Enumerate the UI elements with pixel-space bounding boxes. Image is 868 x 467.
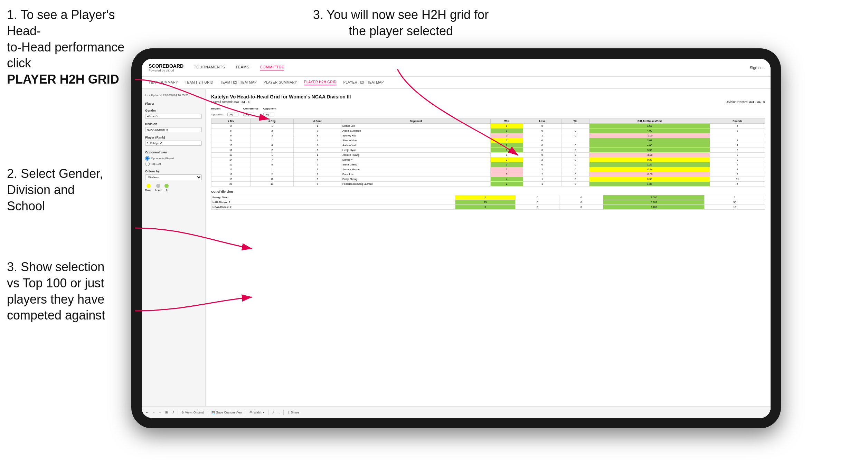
filter-row: Region Opponents: (All) Conference (: [211, 107, 765, 116]
division-section: Division NCAA Division III: [145, 122, 202, 132]
filter-opponent: Opponent (All): [263, 107, 276, 116]
ood-table-row: NAIA Division 1 15 0 0 9.267 30: [211, 200, 765, 205]
col-diff: Diff Av Strokes/Rnd: [589, 119, 710, 124]
tablet-frame: SCOREBOARD Powered by clippd TOURNAMENTS…: [131, 48, 781, 428]
colour-select[interactable]: Win/loss: [145, 174, 202, 180]
tablet-screen: SCOREBOARD Powered by clippd TOURNAMENTS…: [142, 59, 771, 418]
toolbar-grid[interactable]: ⊞: [165, 411, 168, 414]
opponent-view-label: Opponent view: [145, 151, 202, 154]
gender-section: Gender Women's Men's: [145, 109, 202, 119]
filter-region: Region Opponents: (All): [211, 107, 238, 116]
table-row: 5 2 2 Alexis Sudjianto 1 0 0 4.00 3: [211, 128, 765, 133]
legend-level: Level: [155, 184, 161, 192]
bottom-toolbar: ↩ ← → ⊞ ↺ ⊙ View: Original 💾 Save Custom…: [142, 406, 771, 418]
table-row: 11 2 5 Heejo Hyun 1 0 0 3.33 3: [211, 148, 765, 153]
table-row: 15 8 5 Stella Cheng 1 0 0 1.25 4: [211, 162, 765, 167]
out-of-division-title: Out of division: [211, 190, 765, 193]
toolbar-save-custom[interactable]: 💾 Save Custom View: [211, 411, 242, 414]
player-rank-label: Player (Rank): [145, 136, 202, 139]
table-row: 20 11 7 Federica Domecq Lacroze 2 1 0 1.…: [211, 182, 765, 187]
legend-up-dot: [164, 184, 169, 188]
grid-content: Katelyn Vo Head-to-Head Grid for Women's…: [206, 89, 771, 418]
nav-committee[interactable]: COMMITTEE: [260, 65, 284, 70]
nav-teams[interactable]: TEAMS: [235, 65, 249, 70]
toolbar-divider5: [283, 410, 284, 415]
table-row: 19 10 6 Emily Chang 4 1 0 0.30 11: [211, 177, 765, 182]
opponent-select[interactable]: (All): [263, 113, 274, 116]
logo: SCOREBOARD Powered by clippd: [149, 63, 183, 72]
colour-label: Colour by: [145, 170, 202, 173]
grid-title: Katelyn Vo Head-to-Head Grid for Women's…: [211, 94, 765, 99]
legend-up: Up: [164, 184, 169, 192]
subnav-player-h2h-grid[interactable]: PLAYER H2H GRID: [304, 80, 337, 85]
instruction-mid-left: 2. Select Gender, Division and School: [7, 166, 124, 214]
gender-label: Gender: [145, 109, 202, 112]
subnav-team-h2h-grid[interactable]: TEAM H2H GRID: [185, 80, 213, 85]
sidebar: Last Updated: 27/03/2024 16:55:38 Player…: [142, 89, 206, 418]
instruction-bot-left: 3. Show selection vs Top 100 or just pla…: [7, 259, 124, 324]
sign-out[interactable]: Sign out: [750, 66, 764, 70]
col-reg: # Reg: [251, 119, 294, 124]
col-win: Win: [490, 119, 523, 124]
col-div: # Div: [211, 119, 251, 124]
toolbar-undo[interactable]: ↩: [146, 411, 149, 414]
legend-down: Down: [145, 184, 152, 192]
opponent-view-section: Opponent view Opponents Played Top 100: [145, 151, 202, 166]
table-row: 16 1 7 Jessica Mason 1 2 0 -0.94 7: [211, 167, 765, 172]
record-row: Overall Record: 353 - 34 - 6 Division Re…: [211, 100, 765, 104]
toolbar-view-original[interactable]: ⊙ View: Original: [181, 411, 204, 414]
col-rounds: Rounds: [710, 119, 765, 124]
filter-conference: Conference (All): [243, 107, 258, 116]
out-of-division-table: Foreign Team 1 0 0 4.500 2 NAIA Division…: [211, 195, 765, 210]
col-opponent: Opponent: [341, 119, 491, 124]
timestamp: Last Updated: 27/03/2024 16:55:38: [145, 93, 202, 97]
table-row: 18 2 2 Euna Lee 0 2 0 -5.00 2: [211, 172, 765, 177]
region-select[interactable]: (All): [227, 113, 238, 116]
division-select[interactable]: NCAA Division III: [145, 127, 202, 132]
division-label: Division: [145, 122, 202, 126]
player-section: Player: [145, 102, 202, 105]
subnav-team-summary[interactable]: TEAM SUMMARY: [149, 80, 178, 85]
nav-tournaments[interactable]: TOURNAMENTS: [194, 65, 225, 70]
nav-links: TOURNAMENTS TEAMS COMMITTEE: [194, 65, 750, 70]
table-row: 13 1 1 Jessica Huang 0 0 0 -3.00 2: [211, 153, 765, 158]
toolbar-watch[interactable]: 👁 Watch ▾: [249, 411, 265, 414]
division-record: Division Record: 331 - 34 - 6: [726, 100, 765, 104]
toolbar-expand[interactable]: ↗: [272, 411, 275, 414]
toolbar-divider4: [268, 410, 268, 415]
conference-select[interactable]: (All): [243, 113, 254, 116]
col-loss: Loss: [523, 119, 561, 124]
toolbar-divider1: [178, 410, 178, 415]
radio-opponents-played[interactable]: Opponents Played: [145, 156, 202, 161]
toolbar-refresh[interactable]: ↺: [171, 411, 174, 414]
toolbar-forward[interactable]: →: [159, 411, 162, 414]
table-row: 10 6 3 Andrea York 2 0 0 4.00 4: [211, 143, 765, 148]
col-tie: Tie: [562, 119, 589, 124]
toolbar-divider3: [246, 410, 246, 415]
table-row: 3 1 1 Esther Lee 1 0 1.50 4: [211, 124, 765, 128]
subnav-team-h2h-heatmap[interactable]: TEAM H2H HEATMAP: [220, 80, 257, 85]
overall-record: Overall Record: 353 - 34 - 6: [211, 100, 249, 104]
ood-table-row: Foreign Team 1 0 0 4.500 2: [211, 195, 765, 200]
toolbar-compare[interactable]: ↕: [278, 411, 280, 414]
player-rank-select[interactable]: 8. Katelyn Vo: [145, 141, 202, 146]
toolbar-share[interactable]: ⇧ Share: [287, 411, 299, 414]
radio-top100[interactable]: Top 100: [145, 162, 202, 166]
instruction-top-left: 1. To see a Player's Head- to-Head perfo…: [7, 7, 138, 88]
legend-down-dot: [147, 184, 151, 188]
gender-select[interactable]: Women's Men's: [145, 114, 202, 119]
legend-level-dot: [156, 184, 160, 188]
sub-nav: TEAM SUMMARY TEAM H2H GRID TEAM H2H HEAT…: [142, 77, 771, 89]
table-row: 6 3 3 Sydney Kuo 0 1 0 -1.00: [211, 133, 765, 138]
main-content: Last Updated: 27/03/2024 16:55:38 Player…: [142, 89, 771, 418]
subnav-player-h2h-heatmap[interactable]: PLAYER H2H HEATMAP: [343, 80, 384, 85]
subnav-player-summary[interactable]: PLAYER SUMMARY: [264, 80, 297, 85]
instruction-top-right: 3. You will now see H2H grid for the pla…: [311, 7, 491, 39]
legend: Down Level Up: [145, 184, 202, 192]
table-header-row: # Div # Reg # Conf Opponent Win Loss Tie…: [211, 119, 765, 124]
colour-section: Colour by Win/loss: [145, 170, 202, 180]
toolbar-back[interactable]: ←: [152, 411, 155, 414]
col-conf: # Conf: [294, 119, 341, 124]
table-row: 14 7 4 Eunice Yi 2 2 0 0.38 9: [211, 158, 765, 162]
table-row: 9 1 4 Sharon Mun 1 0 3.67 3: [211, 138, 765, 143]
